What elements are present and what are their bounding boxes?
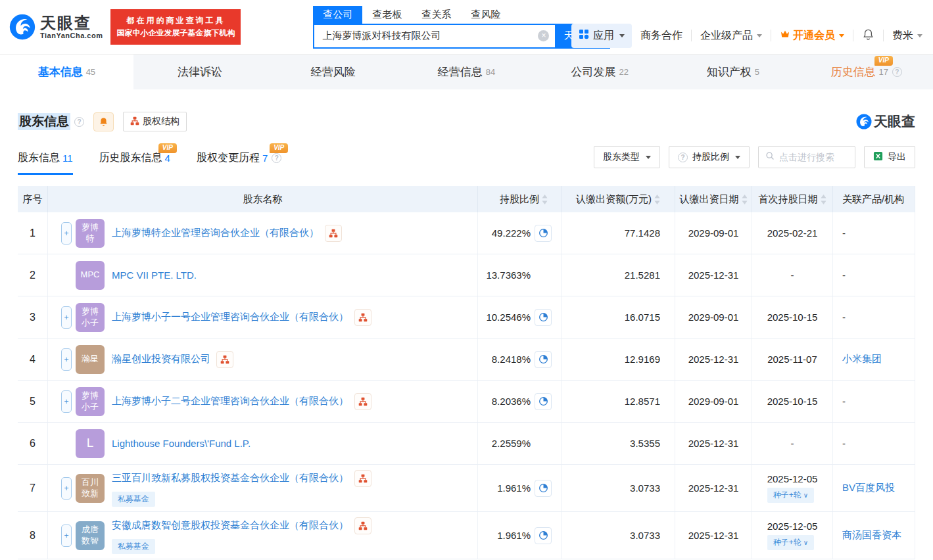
ratio-pie-chart-icon[interactable] (535, 527, 552, 544)
shareholder-name-link[interactable]: 上海萝博小子二号企业管理咨询合伙企业（有限合伙） (112, 395, 348, 408)
cell-subscribed-date: 2025-12-31 (675, 254, 752, 296)
tab-development[interactable]: 公司发展22 (533, 55, 667, 89)
banner-line2: 国家中小企业发展子基金旗下机构 (116, 27, 235, 39)
tab-label: 法律诉讼 (178, 64, 222, 80)
col-ratio[interactable]: 持股比例 (478, 186, 562, 212)
search-tab-risk[interactable]: 查风险 (461, 6, 510, 24)
tab-intellectual-property[interactable]: 知识产权5 (667, 55, 800, 89)
nav-user-menu[interactable]: 费米 (892, 29, 922, 43)
ratio-pie-chart-icon[interactable] (535, 480, 552, 497)
cell-seq: 4 (18, 338, 48, 380)
col-amount[interactable]: 认缴出资额(万元) (562, 186, 675, 212)
tab-legal[interactable]: 法律诉讼 (133, 55, 267, 89)
cell-subscribed-date: 2029-09-01 (675, 296, 752, 338)
search-tab-relation[interactable]: 查关系 (412, 6, 461, 24)
tab-operating-risk[interactable]: 经营风险 (266, 55, 400, 89)
expand-button[interactable]: + (61, 525, 72, 547)
cell-related: - (833, 254, 915, 296)
search-tab-boss[interactable]: 查老板 (362, 6, 412, 24)
table-search-input[interactable] (779, 152, 848, 162)
apps-menu[interactable]: 应用 (571, 24, 632, 48)
cell-ratio: 1.961% (478, 465, 562, 511)
help-icon[interactable]: ? (272, 153, 281, 163)
expand-button[interactable]: + (61, 477, 72, 500)
table-search-box[interactable] (758, 146, 855, 168)
table-row: 3+萝博小子上海萝博小子一号企业管理咨询合伙企业（有限合伙）10.2546%16… (18, 296, 915, 338)
funding-round-tag[interactable]: 种子+轮∨ (767, 535, 814, 550)
shareholder-name-link[interactable]: 上海萝博特企业管理咨询合伙企业（有限合伙） (112, 227, 319, 239)
col-first_date[interactable]: 首次持股日期 (752, 186, 833, 212)
equity-structure-icon[interactable] (325, 225, 342, 242)
ratio-pie-chart-icon[interactable] (535, 351, 552, 368)
export-button[interactable]: 导出 (864, 146, 915, 168)
subtab-label: 股权变更历程 (197, 151, 260, 165)
subtab-shareholders[interactable]: 股东信息11 (18, 151, 73, 175)
monitor-bell-button[interactable] (93, 112, 114, 131)
company-search-input[interactable] (314, 30, 555, 41)
chevron-down-icon (646, 156, 651, 159)
equity-structure-button[interactable]: 股权结构 (123, 112, 187, 131)
tab-basic-info[interactable]: 基本信息45 (0, 55, 133, 89)
tab-count: 5 (755, 67, 759, 77)
notification-bell-icon[interactable] (862, 28, 874, 43)
first-holding-date: 2025-12-05 (767, 473, 818, 484)
related-product-link[interactable]: 小米集团 (842, 353, 882, 365)
nav-enterprise-products[interactable]: 企业级产品 (700, 29, 762, 43)
subtab-history-shareholders[interactable]: 历史股东信息4VIP (99, 151, 170, 175)
filters: 股东类型 ? 持股比例 导 (594, 146, 915, 175)
expand-button[interactable]: + (61, 390, 72, 413)
ratio-pie-chart-icon[interactable] (535, 309, 552, 326)
nav-business-coop[interactable]: 商务合作 (640, 29, 682, 43)
row-seq: 3 (30, 312, 36, 323)
col-sub_date[interactable]: 认缴出资日期 (675, 186, 752, 212)
shareholder-name-link[interactable]: 安徽成唐数智创意股权投资基金合伙企业（有限合伙） (112, 519, 348, 532)
nav-open-vip[interactable]: 开通会员 (780, 29, 844, 43)
cell-seq: 2 (18, 254, 48, 296)
subtab-count: 4 (165, 152, 170, 164)
equity-structure-icon[interactable] (354, 309, 371, 326)
ratio-pie-chart-icon[interactable] (535, 393, 552, 410)
search-tab-company[interactable]: 查公司 (313, 6, 362, 24)
shareholder-name-link[interactable]: 瀚星创业投资有限公司 (112, 353, 210, 365)
search-icon (765, 151, 775, 163)
cell-amount: 77.1428 (562, 212, 675, 254)
tab-count: 45 (86, 67, 95, 77)
subtab-equity-changes[interactable]: 股权变更历程7VIP? (197, 151, 281, 175)
cell-first-date: 2025-02-21 (752, 212, 833, 254)
holding-ratio-dropdown[interactable]: ? 持股比例 (669, 146, 750, 168)
equity-structure-icon[interactable] (216, 351, 233, 368)
equity-structure-icon[interactable] (354, 517, 371, 534)
cell-subscribed-date: 2025-12-31 (675, 465, 752, 511)
expand-button[interactable]: + (61, 222, 72, 245)
expand-button[interactable]: + (61, 348, 72, 371)
related-product-link[interactable]: BV百度风投 (842, 482, 895, 494)
shareholder-type-dropdown[interactable]: 股东类型 (594, 146, 660, 168)
tab-business-info[interactable]: 经营信息84 (400, 55, 533, 89)
cell-amount: 12.8571 (562, 381, 675, 422)
vip-badge: VIP (158, 143, 177, 153)
chevron-down-icon (619, 34, 625, 37)
nav-divider (883, 30, 884, 41)
col-related: 关联产品/机构 (833, 186, 915, 212)
shareholder-name-link[interactable]: 上海萝博小子一号企业管理咨询合伙企业（有限合伙） (112, 311, 348, 323)
equity-structure-icon[interactable] (354, 393, 371, 410)
expand-button[interactable]: + (61, 306, 72, 329)
row-seq: 1 (30, 227, 36, 239)
help-icon[interactable]: ? (74, 117, 84, 127)
shareholder-name-link[interactable]: Lighthouse Founders\'Fund L.P. (112, 438, 251, 449)
top-header: 天眼查 TianYanCha.com 都在用的商业查询工具 国家中小企业发展子基… (0, 0, 933, 54)
shareholder-name-link[interactable]: MPC VII PTE. LTD. (112, 269, 197, 281)
shareholder-avatar: 瀚星 (76, 345, 105, 374)
section-title: 股东信息 (18, 113, 70, 130)
equity-structure-icon[interactable] (354, 470, 371, 487)
tab-count: 17 (878, 67, 888, 77)
shareholder-name-link[interactable]: 三亚百川致新私募股权投资基金合伙企业（有限合伙） (112, 472, 348, 484)
funding-round-tag[interactable]: 种子+轮∨ (767, 488, 814, 503)
chevron-down-icon: ∨ (803, 492, 808, 499)
brand[interactable]: 天眼查 TianYanCha.com (9, 14, 103, 40)
tab-history[interactable]: 历史信息17VIP? (800, 55, 933, 89)
related-product-link[interactable]: 商汤国香资本 (842, 529, 901, 542)
ratio-pie-chart-icon[interactable] (535, 225, 552, 242)
cell-amount: 21.5281 (562, 254, 675, 296)
help-icon[interactable]: ? (892, 67, 902, 77)
